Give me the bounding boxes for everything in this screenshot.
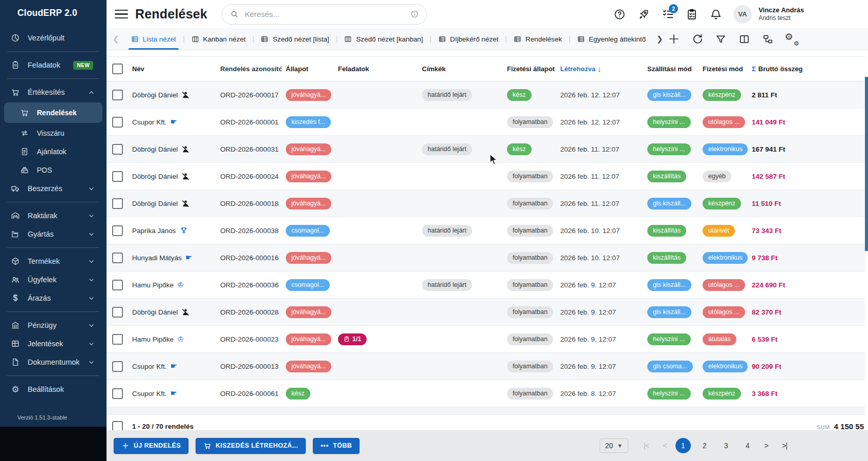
row-checkbox[interactable] <box>112 171 123 182</box>
col-header-tasks[interactable]: Feladatok <box>334 65 418 73</box>
tab-egyenleg-ttekint-[interactable]: Egyenleg áttekintő <box>570 28 652 50</box>
row-checkbox[interactable] <box>112 90 123 100</box>
cell-status: jóváhagyá... <box>282 252 334 264</box>
bell-icon[interactable] <box>709 8 723 21</box>
columns-icon[interactable] <box>738 32 751 46</box>
sidebar-item-pos[interactable]: POS <box>0 161 107 179</box>
row-checkbox[interactable] <box>112 198 123 209</box>
sidebar-item-gy-rt-s[interactable]: Gyártás <box>0 225 107 243</box>
row-checkbox[interactable] <box>112 280 123 290</box>
sidebar-item--rt-kes-t-s[interactable]: Értékesítés <box>0 83 107 101</box>
help-icon[interactable] <box>613 8 626 21</box>
col-header-status[interactable]: Állapot <box>282 65 334 73</box>
table-settings-icon[interactable]: ⚙⚙ <box>785 32 799 46</box>
sidebar-item--gyfelek[interactable]: Ügyfelek <box>0 270 107 289</box>
checklist-icon[interactable]: 2 <box>661 8 674 21</box>
vertical-scrollbar[interactable] <box>865 77 868 251</box>
page-button-3[interactable]: 3 <box>718 438 734 453</box>
sidebar-item-jelent-sek[interactable]: Jelentések <box>0 334 107 353</box>
row-checkbox[interactable] <box>112 361 123 372</box>
sidebar-item-p-nz-gy[interactable]: Pénzügy <box>0 316 107 334</box>
sidebar-item-beszerz-s[interactable]: Beszerzés <box>0 179 107 198</box>
page-button-4[interactable]: 4 <box>740 438 755 453</box>
first-page-button[interactable]: |< <box>639 438 654 453</box>
table-row[interactable]: Hamu Pipőke♔ ORD-2026-000036 csomagol...… <box>107 271 865 299</box>
table-row[interactable]: Döbrögi Dániel ORD-2026-000017 jóváhagyá… <box>107 81 865 109</box>
col-header-tags[interactable]: Címkék <box>418 65 503 73</box>
sidebar-item-rendel-sek[interactable]: Rendelések <box>4 102 102 123</box>
col-header-created[interactable]: Létrehozva↓ <box>556 65 643 73</box>
table-row[interactable]: Paprika János ORD-2026-000038 csomagol..… <box>107 217 865 244</box>
new-order-button[interactable]: ÚJ RENDELÉS <box>114 438 188 454</box>
search-info-icon[interactable] <box>410 10 419 18</box>
tab-scroll-left-icon[interactable]: ❮ <box>113 34 119 44</box>
col-header-payment-status[interactable]: Fizetési állapot <box>503 65 556 73</box>
row-checkbox[interactable] <box>112 388 123 399</box>
tab-rendel-sek[interactable]: Rendelések <box>507 28 568 50</box>
row-checkbox[interactable] <box>112 307 123 318</box>
row-checkbox[interactable] <box>112 144 123 155</box>
tab-scroll-right-icon[interactable]: ❯ <box>657 34 663 44</box>
dashboard-icon <box>10 33 20 43</box>
col-header-shipping[interactable]: Szállítási mód <box>643 65 698 73</box>
next-page-button[interactable]: > <box>758 438 774 453</box>
table-row[interactable]: Döbrögi Dániel ORD-2026-000028 jóváhagyá… <box>107 299 865 326</box>
hand-icon: ☛ <box>171 117 177 127</box>
table-row[interactable]: Csupor Kft.☛ ORD-2026-000001 kiszedés f.… <box>107 109 865 136</box>
tab-kanban-n-zet[interactable]: Kanban nézet <box>185 28 252 50</box>
sidebar-item-vissz-ru[interactable]: Visszáru <box>0 124 107 142</box>
add-view-icon[interactable] <box>667 32 681 46</box>
tab-szed-n-zet-kanban-[interactable]: Szedő nézet [kanban] <box>337 28 430 50</box>
prev-page-button[interactable]: < <box>657 438 672 453</box>
sidebar-item-aj-nlatok[interactable]: Ajánlatok <box>0 142 107 161</box>
tab-lista-n-zet[interactable]: Lista nézet <box>124 28 183 50</box>
cell-created: 2026 feb. 10. 12:07 <box>556 254 643 262</box>
col-header-payment-method[interactable]: Fizetési mód <box>698 65 748 73</box>
rows-end-gap <box>107 407 865 415</box>
table-row[interactable]: Csupor Kft.☛ ORD-2026-000013 jóváhagyá..… <box>107 353 865 380</box>
sidebar-item-vez-rl-pult[interactable]: Vezérlőpult <box>0 29 107 47</box>
table-row[interactable]: Döbrögi Dániel ORD-2026-000024 jóváhagyá… <box>107 163 865 190</box>
group-structure-icon[interactable] <box>761 32 775 46</box>
row-checkbox[interactable] <box>112 334 123 345</box>
row-checkbox[interactable] <box>112 253 123 263</box>
tab-d-jbek-r-n-zet[interactable]: Díjbekérő nézet <box>432 28 505 50</box>
select-all-checkbox[interactable] <box>112 64 123 74</box>
sum-label: SUM <box>817 424 830 430</box>
create-picking-button[interactable]: KISZEDÉS LÉTREHOZÁ... <box>196 438 306 454</box>
rocket-icon[interactable] <box>637 8 650 21</box>
user-avatar[interactable]: VA <box>733 5 752 24</box>
row-checkbox[interactable] <box>112 117 123 128</box>
cell-payment-status: folyamatban <box>503 116 556 128</box>
col-header-name[interactable]: Név <box>128 65 216 73</box>
table-row[interactable]: Döbrögi Dániel ORD-2026-000031 jóváhagyá… <box>107 136 865 163</box>
user-info[interactable]: Vincze András Andris teszt <box>758 6 804 22</box>
page-size-select[interactable]: 20▼ <box>600 438 628 453</box>
row-checkbox[interactable] <box>112 225 123 236</box>
hamburger-menu-icon[interactable] <box>115 10 128 19</box>
filter-icon[interactable] <box>714 32 728 46</box>
sidebar-item-dokumentumok[interactable]: Dokumentumok <box>0 353 107 371</box>
sidebar-item-be-ll-t-sok[interactable]: ⚙Beállítások <box>0 380 107 399</box>
col-header-order-id[interactable]: Rendelés azonosító <box>216 65 282 73</box>
col-header-gross-total[interactable]: ΣBruttó összeg <box>748 65 865 73</box>
table-row[interactable]: Hunyadi Mátyás☛ ORD-2026-000016 jóváhagy… <box>107 244 865 271</box>
page-button-1[interactable]: 1 <box>675 438 691 453</box>
page-button-2[interactable]: 2 <box>697 438 712 453</box>
tab-szed-n-zet-lista-[interactable]: Szedő nézet [lista] <box>254 28 335 50</box>
refresh-icon[interactable] <box>691 32 704 46</box>
table-row[interactable]: Döbrögi Dániel ORD-2026-000018 jóváhagyá… <box>107 190 865 217</box>
search-box[interactable] <box>222 4 427 25</box>
sidebar-item-label: Vezérlőpult <box>28 34 107 42</box>
clipboard-icon[interactable] <box>685 8 698 21</box>
last-page-button[interactable]: >| <box>777 438 792 453</box>
search-input[interactable] <box>244 9 410 19</box>
sidebar-item--raz-s[interactable]: $Árazás <box>0 289 107 307</box>
cell-gross-total: 82 370 Ft <box>748 308 865 316</box>
table-row[interactable]: Csupor Kft.☛ ORD-2026-000061 kész folyam… <box>107 380 865 407</box>
sidebar-item-term-kek[interactable]: Termékek <box>0 252 107 270</box>
sidebar-item-feladatok[interactable]: FeladatokNEW <box>0 56 107 74</box>
sidebar-item-rakt-rak[interactable]: Raktárak <box>0 206 107 225</box>
more-button[interactable]: ••• TÖBB <box>313 438 359 454</box>
table-row[interactable]: Hamu Pipőke♔ ORD-2026-000023 jóváhagyá..… <box>107 326 865 353</box>
